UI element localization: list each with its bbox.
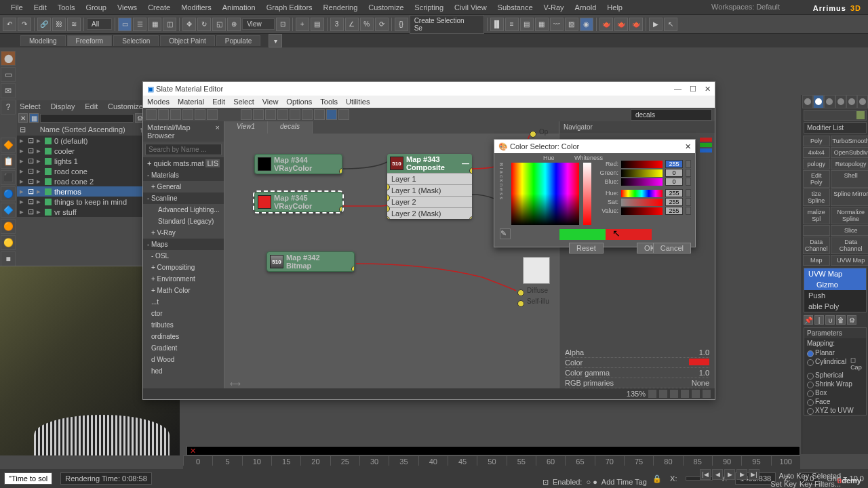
modifier-button[interactable]: Poly (803, 136, 830, 146)
mt-7[interactable] (241, 109, 252, 120)
canvas-resize-icon[interactable]: ⟷ (230, 380, 241, 388)
set-key-button[interactable]: Set Key (770, 480, 797, 488)
mapping-option[interactable]: Face (804, 397, 866, 406)
rgb-slider[interactable] (621, 161, 663, 168)
remove-mod-icon[interactable]: 🗑 (836, 315, 846, 325)
browser-group[interactable]: d Wood (143, 354, 224, 365)
modifier-stack[interactable]: UVW MapGizmoPushable Poly (804, 268, 867, 312)
menu-graph-editors[interactable]: Graph Editors (261, 2, 318, 13)
max-icon[interactable]: ☐ (690, 85, 696, 94)
play-icon[interactable]: ▶ (649, 18, 663, 31)
cp-create-icon[interactable] (802, 95, 813, 108)
vbar-icon-4[interactable]: ? (1, 100, 16, 115)
close-icon[interactable]: ✕ (705, 85, 711, 94)
script-listener[interactable]: "Time to sol (4, 472, 52, 485)
prop-row[interactable]: Alpha1.0 (565, 348, 709, 358)
scene-item[interactable]: ▸⊡▸thermos (17, 186, 146, 197)
color-titlebar[interactable]: 🎨 Color Selector: Color ✕ (494, 140, 695, 153)
browser-group[interactable]: tributes (143, 319, 224, 331)
browser-group[interactable]: hed (143, 365, 224, 377)
cp-modify-icon[interactable] (813, 95, 824, 108)
port-out-344[interactable] (339, 168, 342, 174)
mt-12[interactable] (302, 109, 313, 120)
browser-group[interactable]: + V-Ray (143, 227, 224, 239)
schematic-icon[interactable]: ▨ (565, 18, 578, 31)
se-filter-icon[interactable]: ✕ (18, 113, 28, 123)
modifier-button[interactable]: pology (803, 159, 830, 169)
tab-object-paint[interactable]: Object Paint (160, 35, 214, 46)
scene-item[interactable]: ▸⊡▸road cone 2 (17, 176, 146, 186)
percent-snap-icon[interactable]: % (360, 18, 374, 31)
menu-modifiers[interactable]: Modifiers (176, 2, 217, 13)
tab-freeform[interactable]: Freeform (67, 35, 113, 46)
pivot-icon[interactable]: ⊡ (276, 18, 290, 31)
modifier-button[interactable]: Data Channel (803, 237, 830, 254)
align-icon[interactable]: ≡ (505, 18, 519, 31)
browser-group[interactable]: Gradient (143, 342, 224, 354)
hue-field[interactable] (511, 163, 579, 225)
browser-search-input[interactable] (145, 144, 222, 155)
menu-animation[interactable]: Animation (217, 2, 261, 13)
key-filters-button[interactable]: Key Filters... (800, 480, 841, 488)
goto-end-icon[interactable]: ▶| (749, 469, 760, 480)
pin-stack-icon[interactable]: 📌 (804, 315, 813, 325)
select-name-icon[interactable]: ☰ (133, 18, 146, 31)
reset-button[interactable]: Reset (569, 243, 604, 253)
nav-blue[interactable] (700, 148, 712, 152)
se-select[interactable]: Select (20, 102, 41, 110)
rgb-slider[interactable] (621, 190, 663, 197)
mt-14[interactable] (326, 109, 337, 120)
tab-populate[interactable]: Populate (216, 35, 260, 46)
vbar-icon-11[interactable]: 🟡 (1, 235, 16, 250)
node-map343[interactable]: 510Map #343Composite— Layer 1 Layer 1 (M… (387, 154, 472, 219)
prop-row[interactable]: Color gamma1.0 (565, 368, 709, 378)
vbar-icon-8[interactable]: 🔵 (1, 186, 16, 201)
select-rect-icon[interactable]: ▦ (148, 18, 161, 31)
mapping-option[interactable]: Planar (804, 348, 866, 357)
modifier-button[interactable]: Shell (831, 170, 868, 188)
browser-group[interactable]: Advanced Lighting... (143, 204, 224, 216)
rgb-spinner[interactable] (686, 189, 691, 197)
browser-group[interactable]: - Materials (143, 169, 224, 181)
menu-tools[interactable]: Tools (52, 2, 81, 13)
selection-filter-drop[interactable]: All (87, 18, 112, 30)
prev-frame-icon[interactable]: ◀ (712, 469, 723, 480)
mapping-option[interactable]: Spherical (804, 371, 866, 380)
slot-layer2[interactable]: Layer 2 (387, 196, 472, 207)
se-display[interactable]: Display (50, 102, 75, 110)
prop-row[interactable]: RGB primariesNone (565, 378, 709, 388)
mat-m-view[interactable]: View (262, 98, 279, 106)
min-icon[interactable]: — (674, 85, 682, 94)
mat-m-tools[interactable]: Tools (320, 98, 338, 106)
mat-m-utilities[interactable]: Utilities (346, 98, 370, 106)
object-color-swatch[interactable] (856, 111, 865, 119)
unlink-icon[interactable]: ⛓ (52, 18, 66, 31)
ms-2[interactable] (659, 390, 667, 398)
modifier-button[interactable]: Spline Mirror (831, 188, 868, 206)
browser-group[interactable]: ordinates (143, 331, 224, 342)
cp-hierarchy-icon[interactable] (824, 95, 835, 108)
undo-icon[interactable]: ↶ (3, 18, 16, 31)
se-edit[interactable]: Edit (85, 102, 98, 110)
ms-1[interactable] (648, 390, 656, 398)
mat-titlebar[interactable]: ▣ Slate Material Editor — ☐ ✕ (143, 82, 715, 96)
eyedropper-icon[interactable]: ✎ (500, 228, 511, 239)
slot-layer1[interactable]: Layer 1 (387, 173, 472, 184)
menu-help[interactable]: Help (601, 2, 628, 13)
menu-file[interactable]: File (5, 2, 28, 13)
canvas-tab-view1[interactable]: View1 (224, 121, 268, 134)
menu-edit[interactable]: Edit (28, 2, 52, 13)
node-map342[interactable]: 510Map #342Bitmap (267, 251, 355, 272)
auto-key-button[interactable]: Auto Key (779, 472, 810, 480)
browser-group[interactable]: + General (143, 181, 224, 192)
menu-group[interactable]: Group (80, 2, 112, 13)
prop-row[interactable]: Color (565, 358, 709, 368)
browser-group[interactable]: + Environment (143, 273, 224, 285)
cancel-button[interactable]: Cancel (653, 243, 691, 253)
port-op[interactable] (530, 131, 536, 138)
menu-substance[interactable]: Substance (492, 2, 538, 13)
angle-snap-icon[interactable]: ∠ (345, 18, 359, 31)
placement-icon[interactable]: ⊕ (227, 18, 241, 31)
mapping-option[interactable]: XYZ to UVW (804, 406, 866, 415)
spinner-snap-icon[interactable]: ⟳ (375, 18, 389, 31)
